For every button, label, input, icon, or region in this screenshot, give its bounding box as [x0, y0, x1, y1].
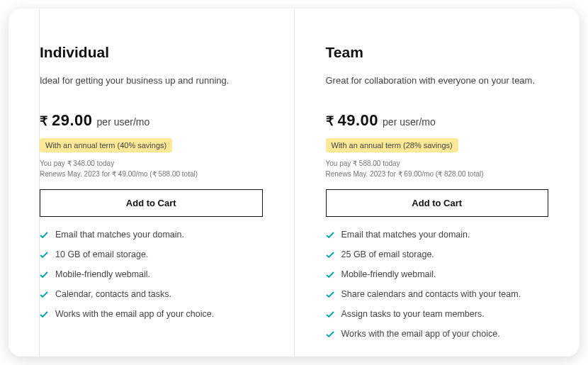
pay-today: You pay ₹ 588.00 today — [326, 159, 549, 167]
check-icon — [40, 271, 48, 279]
list-item: Email that matches your domain. — [326, 230, 549, 240]
add-to-cart-button[interactable]: Add to Cart — [40, 189, 263, 217]
list-item: Share calendars and contacts with your t… — [326, 289, 549, 299]
list-item: Mobile-friendly webmail. — [326, 269, 549, 279]
renewal-info: Renews May. 2023 for ₹ 49.00/mo (₹ 588.0… — [40, 170, 263, 178]
plan-team: Team Great for collaboration with everyo… — [294, 9, 580, 356]
check-icon — [326, 291, 334, 299]
renewal-info: Renews May. 2023 for ₹ 69.00/mo (₹ 828.0… — [326, 170, 549, 178]
feature-text: Mobile-friendly webmail. — [341, 269, 436, 279]
check-icon — [40, 231, 48, 240]
check-icon — [326, 271, 334, 279]
plan-description: Great for collaboration with everyone on… — [326, 75, 549, 86]
price-amount: 29.00 — [52, 111, 93, 130]
divider — [39, 9, 40, 356]
plan-title: Team — [326, 44, 549, 61]
add-to-cart-button[interactable]: Add to Cart — [326, 189, 549, 217]
pay-today: You pay ₹ 348.00 today — [40, 159, 263, 167]
feature-text: Works with the email app of your choice. — [55, 309, 214, 319]
feature-text: Share calendars and contacts with your t… — [341, 289, 521, 299]
price-currency: ₹ — [326, 113, 334, 129]
list-item: Mobile-friendly webmail. — [40, 269, 263, 279]
feature-text: Email that matches your domain. — [55, 230, 184, 240]
plan-individual: Individual Ideal for getting your busine… — [9, 9, 294, 356]
list-item: 10 GB of email storage. — [40, 249, 263, 259]
feature-text: Calendar, contacts and tasks. — [55, 289, 171, 299]
check-icon — [40, 291, 48, 299]
check-icon — [40, 310, 48, 319]
price-currency: ₹ — [40, 113, 47, 129]
check-icon — [326, 231, 334, 240]
feature-text: 10 GB of email storage. — [55, 249, 148, 259]
list-item: Assign tasks to your team members. — [326, 309, 549, 319]
pricing-card: Individual Ideal for getting your busine… — [9, 9, 579, 356]
price-unit: per user/mo — [97, 116, 150, 128]
check-icon — [40, 251, 48, 259]
list-item: 25 GB of email storage. — [326, 249, 549, 259]
list-item: Works with the email app of your choice. — [40, 309, 263, 319]
check-icon — [326, 330, 334, 339]
feature-text: Mobile-friendly webmail. — [55, 269, 150, 279]
price-unit: per user/mo — [383, 116, 436, 128]
list-item: Calendar, contacts and tasks. — [40, 289, 263, 299]
check-icon — [326, 251, 334, 259]
price-line: ₹ 49.00 per user/mo — [326, 111, 549, 130]
check-icon — [326, 310, 334, 319]
feature-list: Email that matches your domain. 10 GB of… — [40, 230, 263, 319]
list-item: Works with the email app of your choice. — [326, 329, 549, 339]
price-amount: 49.00 — [338, 111, 379, 130]
feature-text: Assign tasks to your team members. — [341, 309, 485, 319]
price-line: ₹ 29.00 per user/mo — [40, 111, 263, 130]
feature-text: Works with the email app of your choice. — [341, 329, 500, 339]
savings-badge: With an annual term (28% savings) — [326, 138, 458, 152]
plan-description: Ideal for getting your business up and r… — [40, 75, 263, 86]
savings-badge: With an annual term (40% savings) — [40, 138, 172, 152]
feature-text: Email that matches your domain. — [341, 230, 470, 240]
feature-list: Email that matches your domain. 25 GB of… — [326, 230, 549, 339]
list-item: Email that matches your domain. — [40, 230, 263, 240]
plan-title: Individual — [40, 44, 263, 61]
feature-text: 25 GB of email storage. — [341, 249, 434, 259]
